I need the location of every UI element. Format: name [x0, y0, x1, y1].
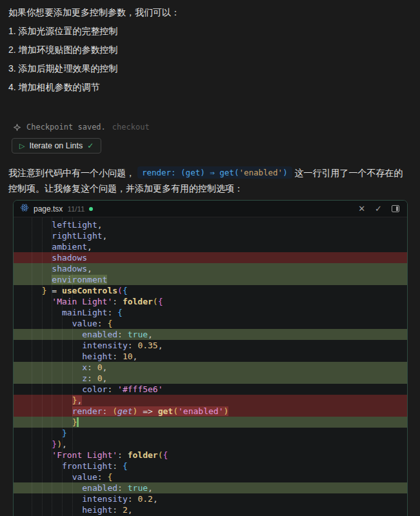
chat-panel: 如果你想要添加更多控制参数，我们可以： 1. 添加光源位置的完整控制 2. 增加… [0, 0, 420, 196]
code-line: color: '#fff5e6' [14, 384, 407, 395]
text-cursor [77, 417, 79, 427]
paragraph-text: 我注意到代码中有一个小问题， [8, 168, 135, 178]
sparkle-icon [13, 123, 21, 132]
list-item: 3. 添加后期处理效果的控制 [8, 61, 411, 75]
code-line: shadows [14, 252, 407, 263]
code-line: value: { [14, 318, 407, 329]
list-item: 4. 增加相机参数的调节 [8, 80, 411, 94]
chat-intro-text: 如果你想要添加更多控制参数，我们可以： [8, 5, 411, 19]
file-name[interactable]: page.tsx [34, 204, 63, 213]
lint-button-label: Iterate on Lints [29, 141, 83, 150]
code-line: } [14, 428, 407, 439]
code-line: x: 0, [14, 362, 407, 373]
code-line: ambient, [14, 241, 407, 252]
code-line: frontLight: { [14, 461, 407, 471]
code-line: }), [14, 439, 407, 450]
code-line: height: 2, [14, 504, 407, 515]
code-line: shadows, [14, 263, 407, 274]
close-icon[interactable]: ✕ [358, 204, 365, 213]
code-line: render: (get) => get('enabled') [14, 406, 407, 417]
iterate-on-lints-button[interactable]: ▷ Iterate on Lints ✓ [12, 138, 101, 154]
code-line: intensity: 0.2, [14, 493, 407, 504]
code-line: enabled: true, [14, 329, 407, 340]
code-line: } [14, 417, 407, 428]
check-icon: ✓ [87, 141, 94, 150]
code-line: leftLight, [14, 219, 407, 230]
inline-code-chip: render: (get) ⇒ get('enabled') [137, 166, 292, 179]
checkpoint-row: Checkpoint saved. checkout [13, 123, 411, 132]
accept-check-icon[interactable]: ✓ [375, 204, 382, 213]
editor-header: page.tsx 11/11 ✕ ✓ [14, 201, 407, 217]
code-line: } = useControls({ [14, 285, 407, 296]
code-line: mainLight: { [14, 307, 407, 318]
react-file-icon [20, 203, 29, 215]
chat-paragraph: 我注意到代码中有一个小问题， render: (get) ⇒ get('enab… [8, 165, 411, 196]
code-line: value: { [14, 471, 407, 482]
code-line: 'Front Light': folder({ [14, 450, 407, 461]
open-in-editor-icon[interactable] [392, 205, 399, 212]
code-block: page.tsx 11/11 ✕ ✓ leftLight, rightLight… [13, 200, 408, 516]
code-line: enabled: true, [14, 482, 407, 493]
list-item: 2. 增加环境贴图的参数控制 [8, 43, 411, 57]
checkpoint-label: Checkpoint saved. [26, 123, 106, 132]
code-line: environment [14, 274, 407, 285]
code-lines: leftLight, rightLight, ambient, shadows … [14, 219, 407, 516]
code-area: leftLight, rightLight, ambient, shadows … [14, 217, 407, 516]
unsaved-dot [89, 207, 93, 211]
checkout-link[interactable]: checkout [112, 123, 150, 132]
code-line: z: 0, [14, 373, 407, 384]
play-icon: ▷ [19, 142, 25, 150]
code-line: rightLight, [14, 230, 407, 241]
diff-progress: 11/11 [67, 205, 85, 213]
code-line: 'Main Light': folder({ [14, 296, 407, 307]
code-line: }, [14, 395, 407, 406]
list-item: 1. 添加光源位置的完整控制 [8, 24, 411, 38]
code-line: intensity: 0.35, [14, 340, 407, 351]
code-line: height: 10, [14, 351, 407, 362]
